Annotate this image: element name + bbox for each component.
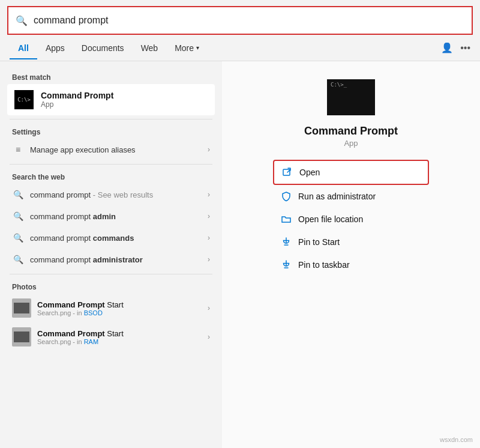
search-input[interactable] (34, 15, 464, 26)
search-icon: 🔍 (16, 15, 28, 26)
best-match-item[interactable]: C:\> Command Prompt App (7, 84, 215, 115)
section-web-label: Search the web (0, 168, 222, 184)
search-web-icon-2: 🔍 (12, 232, 24, 244)
tab-more[interactable]: More ▾ (166, 37, 208, 59)
best-match-text: Command Prompt App (41, 91, 113, 109)
settings-icon: ≡ (12, 144, 24, 156)
action-open[interactable]: Open (273, 160, 429, 185)
action-run-as-admin[interactable]: Run as administrator (273, 185, 429, 208)
action-open-file-location[interactable]: Open file location (273, 208, 429, 231)
section-photos-label: Photos (0, 278, 222, 294)
tab-all[interactable]: All (10, 37, 37, 59)
section-settings-label: Settings (0, 123, 222, 139)
app-preview-title: Command Prompt (304, 125, 398, 138)
shield-icon (280, 190, 292, 202)
taskbar-pin-icon (280, 259, 292, 271)
action-open-file-location-label: Open file location (298, 214, 363, 224)
tab-web[interactable]: Web (133, 37, 167, 59)
best-match-name: Command Prompt (41, 91, 113, 100)
watermark: wsxdn.com (440, 436, 473, 443)
chevron-right-icon: › (208, 255, 210, 264)
chevron-right-icon: › (208, 190, 210, 199)
search-web-icon-0: 🔍 (12, 189, 24, 201)
svg-rect-0 (283, 169, 290, 175)
action-pin-to-taskbar-label: Pin to taskbar (298, 260, 350, 270)
chevron-right-icon: › (208, 212, 210, 220)
tab-documents[interactable]: Documents (73, 37, 133, 59)
folder-icon (280, 213, 292, 225)
web-result-text-1: command prompt admin (30, 212, 116, 221)
app-preview-icon: C:\>_ (327, 79, 375, 115)
tabs-row: All Apps Documents Web More ▾ 👤 ••• (0, 35, 480, 61)
photo-thumb-0 (12, 298, 31, 318)
action-pin-to-taskbar[interactable]: Pin to taskbar (273, 253, 429, 276)
manage-aliases-text: Manage app execution aliases (30, 145, 136, 154)
people-icon[interactable]: 👤 (441, 42, 453, 53)
photo-item-1[interactable]: Command Prompt Start Search.png - in RAM… (0, 322, 222, 351)
web-result-3[interactable]: 🔍 command prompt administrator › (0, 249, 222, 270)
tab-apps[interactable]: Apps (37, 37, 73, 59)
action-run-as-admin-label: Run as administrator (298, 192, 376, 201)
web-result-1[interactable]: 🔍 command prompt admin › (0, 205, 222, 227)
left-panel: Best match C:\> Command Prompt App Setti… (0, 61, 222, 448)
photo-text-1: Command Prompt Start Search.png - in RAM (37, 329, 124, 345)
main-content: Best match C:\> Command Prompt App Setti… (0, 61, 480, 448)
best-match-sub: App (41, 100, 113, 109)
more-options-icon[interactable]: ••• (460, 43, 470, 53)
open-icon (281, 166, 293, 178)
tabs-right-icons: 👤 ••• (441, 42, 470, 53)
app-preview-subtitle: App (344, 139, 358, 148)
chevron-right-icon: › (208, 145, 210, 154)
divider-2 (10, 164, 212, 165)
divider-3 (10, 274, 212, 274)
search-bar: 🔍 (7, 6, 473, 35)
chevron-right-icon: › (208, 304, 210, 312)
web-result-text-2: command prompt commands (30, 234, 134, 243)
photo-item-0[interactable]: Command Prompt Start Search.png - in BSO… (0, 294, 222, 322)
divider-1 (10, 119, 212, 120)
web-result-text-3: command prompt administrator (30, 255, 143, 264)
action-pin-to-start-label: Pin to Start (298, 237, 340, 247)
search-web-icon-3: 🔍 (12, 253, 24, 265)
section-best-match-label: Best match (0, 68, 222, 84)
web-result-0[interactable]: 🔍 command prompt - See web results › (0, 184, 222, 205)
settings-item-manage-aliases[interactable]: ≡ Manage app execution aliases › (0, 139, 222, 160)
action-open-label: Open (299, 168, 320, 177)
photo-text-0: Command Prompt Start Search.png - in BSO… (37, 300, 124, 316)
web-result-2[interactable]: 🔍 command prompt commands › (0, 227, 222, 249)
action-pin-to-start[interactable]: Pin to Start (273, 231, 429, 253)
chevron-right-icon: › (208, 333, 210, 341)
chevron-down-icon: ▾ (196, 44, 199, 51)
chevron-right-icon: › (208, 234, 210, 242)
photo-thumb-1 (12, 327, 31, 347)
cmd-app-icon: C:\> (14, 90, 34, 109)
search-web-icon-1: 🔍 (12, 210, 24, 222)
pin-icon (280, 236, 292, 248)
right-panel: C:\>_ Command Prompt App Open (222, 61, 480, 448)
action-list: Open Run as administrator Open file loca… (273, 160, 429, 276)
web-result-text-0: command prompt - See web results (30, 190, 153, 199)
